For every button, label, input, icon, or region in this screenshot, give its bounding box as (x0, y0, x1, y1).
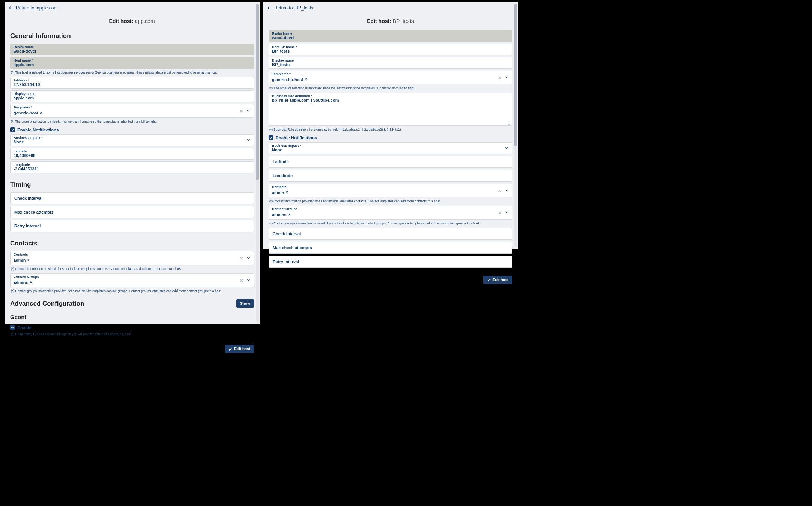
templates-field[interactable]: Templates * generic-bp-host ✕ ✕ (269, 71, 512, 84)
contacts-field[interactable]: Contacts admin ✕ ✕ (269, 184, 512, 197)
heading-contacts: Contacts (10, 238, 254, 251)
check-interval-field[interactable]: Check interval (10, 192, 254, 204)
edit-host-button[interactable]: Edit host (225, 345, 254, 353)
contact-chip: admin ✕ (14, 258, 30, 262)
max-check-attempts-field[interactable]: Max check attempts (10, 206, 254, 218)
field-value: Check interval (14, 196, 250, 200)
chevron-down-icon[interactable] (504, 187, 509, 194)
field-value: wocu-devel (14, 49, 251, 53)
back-label: Return to: BP_tests (274, 5, 313, 11)
checkbox-checked-icon[interactable] (10, 127, 15, 132)
chevron-down-icon[interactable] (504, 209, 509, 216)
field-label: Longitude (14, 163, 251, 167)
checkbox-label: Enable (17, 325, 32, 330)
section-general: General Information Realm Name wocu-deve… (5, 30, 260, 179)
back-link[interactable]: Return to: BP_tests (263, 2, 518, 14)
templates-field[interactable]: Templates * generic-host ✕ ✕ (10, 104, 254, 118)
contacts-field[interactable]: Contacts admin ✕ ✕ (10, 251, 254, 265)
page-title: Edit host: BP_tests (263, 14, 518, 30)
latitude-field[interactable]: Latitude (269, 156, 512, 168)
chevron-down-icon[interactable] (504, 74, 509, 81)
clear-icon[interactable]: ✕ (240, 108, 243, 113)
chevron-down-icon[interactable] (504, 145, 509, 152)
checkbox-label: Enable Notifications (276, 136, 317, 140)
edit-host-button[interactable]: Edit host (483, 276, 512, 284)
chip-remove-icon[interactable]: ✕ (305, 78, 308, 81)
chip-remove-icon[interactable]: ✕ (285, 191, 288, 194)
realm-name-field: Realm Name wocu-devel (269, 30, 512, 42)
group-chip: admins ✕ (14, 280, 33, 285)
business-impact-field[interactable]: Business Impact * None (269, 142, 512, 154)
latitude-field[interactable]: Latitude 40,4380986 (10, 148, 254, 160)
field-value: wocu-devel (272, 35, 509, 40)
button-label: Edit host (492, 278, 509, 282)
max-check-attempts-field[interactable]: Max check attempts (269, 242, 512, 254)
check-interval-field[interactable]: Check interval (269, 228, 512, 240)
back-link[interactable]: Return to: apple.com (5, 2, 260, 14)
field-value: BP_tests (272, 49, 509, 53)
contact-chip: admin ✕ (272, 190, 288, 195)
retry-interval-field[interactable]: Retry interval (269, 256, 512, 268)
chip-remove-icon[interactable]: ✕ (30, 280, 33, 284)
checkbox-checked-icon[interactable] (269, 135, 273, 140)
clear-icon[interactable]: ✕ (498, 188, 501, 193)
brd-note: (*) Business Rule definition, for exampl… (269, 128, 512, 134)
checkbox-label: Enable Notifications (17, 128, 59, 132)
chevron-down-icon[interactable] (246, 255, 251, 262)
chip-remove-icon[interactable]: ✕ (288, 213, 291, 217)
enable-notifications-row[interactable]: Enable Notifications (10, 126, 254, 134)
address-field[interactable]: Address * 17.253.144.10 (10, 77, 254, 89)
groups-note: (*) Contact groups information provided … (10, 289, 254, 295)
enable-gconf-row[interactable]: Enable (10, 324, 254, 332)
button-label: Show (240, 301, 250, 306)
business-rule-definition-field[interactable]: Business rule definition * bp_rule! appl… (269, 93, 512, 126)
display-name-field[interactable]: Display name apple.com (10, 90, 254, 102)
contact-groups-field[interactable]: Contact Groups admins ✕ ✕ (269, 206, 512, 220)
contacts-note: (*) Contact information provided does no… (269, 199, 512, 206)
chevron-down-icon[interactable] (246, 277, 251, 284)
retry-interval-field[interactable]: Retry interval (10, 220, 254, 232)
chip-label: generic-bp-host (272, 77, 303, 82)
footer-actions: Edit host (5, 342, 260, 353)
chip-label: admin (14, 258, 26, 262)
chevron-down-icon[interactable] (246, 137, 251, 144)
field-value: apple.com (14, 62, 251, 67)
section-contacts: Contacts Contacts admin ✕ ✕ (*) Contact … (5, 238, 260, 299)
field-value: Max check attempts (273, 245, 508, 250)
realm-name-field: Realm Name wocu-devel (10, 44, 254, 55)
longitude-field[interactable]: Longitude -3,844351311 (10, 161, 254, 173)
field-value: bp_rule! apple.com | youtube.com (272, 98, 509, 102)
chip-label: admins (272, 212, 287, 217)
clear-icon[interactable]: ✕ (498, 210, 501, 215)
hostname-note: (*) This host is related to some Host bu… (10, 71, 254, 77)
field-label: Host BP name * (272, 45, 509, 49)
contacts-note: (*) Contact information provided does no… (10, 267, 254, 273)
host-bp-name-field[interactable]: Host BP name * BP_tests (269, 44, 512, 55)
field-label: Display name (14, 92, 251, 96)
scrollbar-thumb[interactable] (256, 4, 259, 180)
clear-icon[interactable]: ✕ (498, 75, 501, 80)
contact-groups-field[interactable]: Contact Groups admins ✕ ✕ (10, 273, 254, 287)
field-label: Contacts (14, 253, 251, 256)
chevron-down-icon[interactable] (246, 108, 251, 114)
field-value: None (14, 140, 251, 144)
chip-remove-icon[interactable]: ✕ (27, 258, 30, 262)
chip-remove-icon[interactable]: ✕ (40, 111, 43, 115)
field-value: BP_tests (272, 62, 509, 67)
field-value: apple.com (14, 96, 251, 100)
templates-note: (*) The order of selection is important … (269, 86, 512, 93)
longitude-field[interactable]: Longitude (269, 170, 512, 182)
field-value: -3,844351311 (14, 167, 251, 171)
pencil-icon (487, 278, 491, 282)
heading-gconf: Gconf (10, 312, 254, 324)
display-name-field[interactable]: Display name BP_tests (269, 57, 512, 69)
resize-handle-icon[interactable] (507, 121, 511, 125)
clear-icon[interactable]: ✕ (240, 278, 243, 283)
checkbox-checked-icon[interactable] (10, 325, 15, 330)
enable-notifications-row[interactable]: Enable Notifications (269, 134, 512, 142)
business-impact-field[interactable]: Business Impact * None (10, 134, 254, 146)
scrollbar-thumb[interactable] (514, 4, 517, 146)
field-value: Check interval (273, 232, 508, 236)
clear-icon[interactable]: ✕ (240, 256, 243, 261)
show-button[interactable]: Show (236, 299, 254, 308)
